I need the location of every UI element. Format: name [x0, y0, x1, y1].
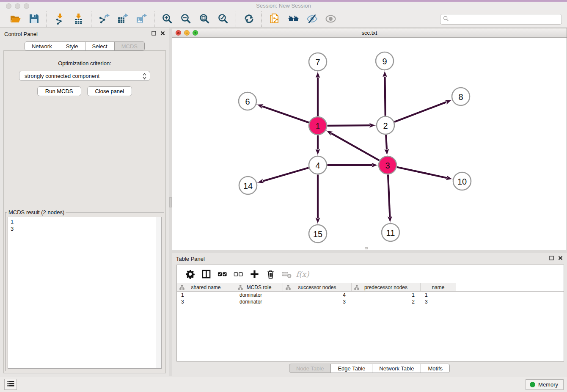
graph-node-6[interactable]: 6: [239, 92, 256, 110]
network-window-titlebar[interactable]: ✕ − + scc.txt: [172, 28, 567, 38]
import-network-icon[interactable]: [50, 12, 69, 26]
tab-network[interactable]: Network: [25, 41, 59, 51]
task-list-icon: [7, 381, 14, 388]
column-label: name: [432, 284, 444, 290]
column-header-name[interactable]: name: [421, 283, 456, 291]
svg-text:7: 7: [315, 58, 320, 67]
zoom-fit-content-icon[interactable]: [195, 12, 214, 26]
table-cell[interactable]: 4: [283, 292, 352, 298]
table-cell[interactable]: dominator: [235, 292, 283, 298]
graph-node-15[interactable]: 15: [309, 225, 327, 243]
export-image-icon[interactable]: [132, 12, 151, 26]
zoom-out-icon[interactable]: [176, 12, 195, 26]
column-header-predecessor-nodes[interactable]: predecessor nodes: [352, 283, 421, 291]
table-row[interactable]: 1dominator411: [177, 292, 564, 298]
show-hidden-icon[interactable]: [321, 12, 340, 26]
control-panel: Control Panel NetworkStyleSelectMCDS Opt…: [0, 28, 169, 376]
graph-node-9[interactable]: 9: [376, 52, 394, 70]
graph-node-8[interactable]: 8: [452, 88, 470, 105]
save-session-icon[interactable]: [25, 12, 43, 26]
graph-edge-1-2[interactable]: [328, 125, 370, 126]
graph-node-11[interactable]: 11: [382, 224, 399, 241]
network-canvas[interactable]: 7 9 6 8 1 2 4 3 14 10 15 11: [172, 38, 567, 250]
graph-node-1[interactable]: 1: [309, 117, 327, 135]
deselect-all-columns-icon[interactable]: [230, 267, 246, 281]
zoom-selected-icon[interactable]: [214, 12, 232, 26]
table-header-row: shared nameMCDS rolesuccessor nodesprede…: [177, 283, 564, 292]
table-cell[interactable]: 1: [352, 292, 421, 298]
tab-select[interactable]: Select: [85, 41, 115, 51]
table-settings-icon[interactable]: [182, 267, 198, 281]
close-panel-icon[interactable]: [160, 31, 165, 36]
close-panel-button[interactable]: Close panel: [87, 86, 132, 96]
delete-column-icon[interactable]: [262, 267, 278, 281]
svg-text:2: 2: [383, 121, 388, 130]
open-session-icon[interactable]: [6, 12, 25, 26]
column-layout-icon[interactable]: [198, 267, 214, 281]
graph-edge-3-11[interactable]: [388, 175, 390, 217]
table-cell[interactable]: 3: [177, 298, 235, 305]
result-scrollbar[interactable]: [156, 217, 161, 368]
criterion-dropdown[interactable]: strongly connected component: [19, 71, 150, 81]
import-table-icon[interactable]: [69, 12, 88, 26]
tab-motifs[interactable]: Motifs: [421, 364, 450, 373]
table-cell[interactable]: 1: [177, 292, 235, 298]
table-row[interactable]: 3dominator323: [177, 298, 564, 305]
run-mcds-button[interactable]: Run MCDS: [37, 86, 81, 96]
zoom-in-icon[interactable]: [158, 12, 176, 26]
export-network-icon[interactable]: [95, 12, 113, 26]
refresh-view-icon[interactable]: [239, 12, 258, 26]
graph-edge-3-10[interactable]: [397, 167, 447, 178]
tab-style[interactable]: Style: [59, 41, 85, 51]
new-network-from-document-icon[interactable]: [265, 12, 284, 26]
graph-node-7[interactable]: 7: [309, 53, 327, 71]
task-history-button[interactable]: [4, 379, 17, 390]
table-cell[interactable]: dominator: [235, 298, 283, 305]
tab-node-table[interactable]: Node Table: [289, 364, 331, 373]
create-column-icon[interactable]: [246, 267, 262, 281]
graph-edge-2-9[interactable]: [385, 77, 385, 116]
float-table-panel-icon[interactable]: [549, 256, 554, 260]
tab-mcds[interactable]: MCDS: [115, 41, 145, 51]
table-cell[interactable]: 3: [421, 298, 456, 305]
column-label: successor nodes: [298, 284, 336, 290]
graph-node-10[interactable]: 10: [453, 172, 471, 190]
svg-text:4: 4: [315, 161, 320, 170]
sort-icon: [354, 285, 359, 291]
select-all-columns-icon[interactable]: [214, 267, 230, 281]
svg-text:15: 15: [313, 229, 322, 239]
column-header-MCDS-role[interactable]: MCDS role: [235, 283, 283, 291]
control-panel-tabs: NetworkStyleSelectMCDS: [0, 41, 169, 51]
svg-text:11: 11: [386, 228, 395, 237]
export-table-icon[interactable]: [113, 12, 132, 26]
graph-edge-2-8[interactable]: [394, 102, 446, 122]
close-table-panel-icon[interactable]: [558, 256, 563, 260]
graph-edge-4-14[interactable]: [263, 168, 309, 181]
column-label: shared name: [191, 284, 220, 290]
search-input[interactable]: [449, 14, 561, 24]
hide-selected-icon[interactable]: [303, 12, 321, 26]
graph-node-3[interactable]: 3: [379, 156, 396, 174]
table-cell[interactable]: 2: [352, 298, 421, 305]
memory-button[interactable]: Memory: [526, 379, 564, 390]
table-cell[interactable]: 3: [283, 298, 352, 305]
column-header-shared-name[interactable]: shared name: [177, 283, 235, 291]
graph-edge-2-3[interactable]: [386, 135, 387, 150]
desktop-strip: [0, 0, 567, 2]
column-header-successor-nodes[interactable]: successor nodes: [283, 283, 352, 291]
canvas-resize-handle[interactable]: [365, 247, 368, 249]
tab-network-table[interactable]: Network Table: [372, 364, 421, 373]
tab-edge-table[interactable]: Edge Table: [331, 364, 372, 373]
first-neighbors-icon[interactable]: [284, 12, 303, 26]
graph-node-2[interactable]: 2: [377, 116, 394, 134]
search-icon: [443, 16, 449, 23]
table-cell[interactable]: 1: [421, 292, 456, 298]
graph-edge-1-6[interactable]: [262, 106, 309, 122]
float-panel-icon[interactable]: [151, 31, 156, 36]
search-box: [440, 14, 562, 25]
graph-edge-3-1[interactable]: [331, 133, 379, 160]
graph-node-14[interactable]: 14: [239, 177, 257, 194]
svg-text:9: 9: [382, 57, 387, 66]
mcds-panel: Optimization criterion: strongly connect…: [3, 50, 166, 373]
graph-node-4[interactable]: 4: [309, 156, 327, 174]
